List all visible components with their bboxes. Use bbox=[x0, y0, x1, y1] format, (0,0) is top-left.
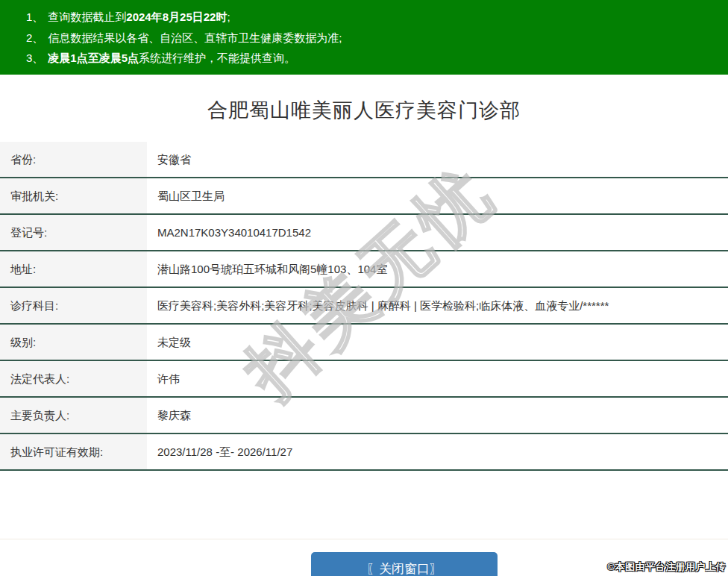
row-label: 法定代表人: bbox=[0, 361, 147, 396]
notice-text: ; bbox=[227, 10, 230, 23]
row-value: 黎庆森 bbox=[147, 398, 728, 433]
row-label: 省份: bbox=[0, 142, 147, 177]
table-row-medical-subjects: 诊疗科目: 医疗美容科;美容外科;美容牙科;美容皮肤科 | 麻醉科 | 医学检验… bbox=[0, 288, 728, 325]
table-row-province: 省份: 安徽省 bbox=[0, 142, 728, 178]
notice-number: 1、 bbox=[26, 10, 43, 23]
row-label: 执业许可证有效期: bbox=[0, 434, 147, 469]
row-label: 级别: bbox=[0, 325, 147, 360]
table-row-registration-number: 登记号: MA2N17K03Y34010417D1542 bbox=[0, 215, 728, 251]
row-value: 安徽省 bbox=[147, 142, 728, 177]
row-value: 许伟 bbox=[147, 361, 728, 396]
notice-text-bold: 凌晨1点至凌晨5点 bbox=[48, 51, 139, 64]
table-row-person-in-charge: 主要负责人: 黎庆森 bbox=[0, 398, 728, 434]
row-label: 诊疗科目: bbox=[0, 288, 147, 323]
page-title: 合肥蜀山唯美丽人医疗美容门诊部 bbox=[0, 75, 728, 142]
row-label: 地址: bbox=[0, 251, 147, 287]
license-info-table: 省份: 安徽省 审批机关: 蜀山区卫生局 登记号: MA2N17K03Y3401… bbox=[0, 142, 728, 471]
notice-text: 信息数据结果以各省、自治区、直辖市卫生健康委数据为准; bbox=[48, 31, 342, 44]
table-row-license-validity: 执业许可证有效期: 2023/11/28 -至- 2026/11/27 bbox=[0, 434, 728, 471]
row-value: 未定级 bbox=[147, 325, 728, 360]
row-label: 登记号: bbox=[0, 215, 147, 250]
notice-item-3: 3、凌晨1点至凌晨5点系统进行维护，不能提供查询。 bbox=[26, 48, 721, 69]
row-value: 医疗美容科;美容外科;美容牙科;美容皮肤科 | 麻醉科 | 医学检验科;临床体液… bbox=[147, 288, 728, 323]
close-window-button[interactable]: 〖关闭窗口〗 bbox=[311, 552, 498, 576]
license-query-page: 1、查询数据截止到2024年8月25日22时; 2、信息数据结果以各省、自治区、… bbox=[0, 0, 728, 576]
notice-number: 3、 bbox=[26, 51, 43, 64]
notice-text-bold: 2024年8月25日22时 bbox=[126, 10, 227, 23]
footer: 〖关闭窗口〗 bbox=[0, 539, 728, 576]
notice-item-2: 2、信息数据结果以各省、自治区、直辖市卫生健康委数据为准; bbox=[26, 28, 721, 48]
row-label: 主要负责人: bbox=[0, 398, 147, 433]
notice-text: 系统进行维护，不能提供查询。 bbox=[139, 51, 295, 64]
notice-banner: 1、查询数据截止到2024年8月25日22时; 2、信息数据结果以各省、自治区、… bbox=[0, 0, 728, 75]
notice-text: 查询数据截止到 bbox=[48, 10, 126, 23]
notice-number: 2、 bbox=[26, 31, 43, 44]
table-row-approval-authority: 审批机关: 蜀山区卫生局 bbox=[0, 178, 728, 215]
row-value: 蜀山区卫生局 bbox=[147, 178, 728, 213]
table-row-address: 地址: 潜山路100号琥珀五环城和风阁5幢103、104室 bbox=[0, 251, 728, 288]
row-value: 潜山路100号琥珀五环城和风阁5幢103、104室 bbox=[147, 251, 728, 287]
row-value: MA2N17K03Y34010417D1542 bbox=[147, 215, 728, 250]
notice-item-1: 1、查询数据截止到2024年8月25日22时; bbox=[26, 7, 721, 28]
row-label: 审批机关: bbox=[0, 178, 147, 213]
row-value: 2023/11/28 -至- 2026/11/27 bbox=[147, 434, 728, 469]
table-row-legal-representative: 法定代表人: 许伟 bbox=[0, 361, 728, 398]
table-row-level: 级别: 未定级 bbox=[0, 325, 728, 361]
